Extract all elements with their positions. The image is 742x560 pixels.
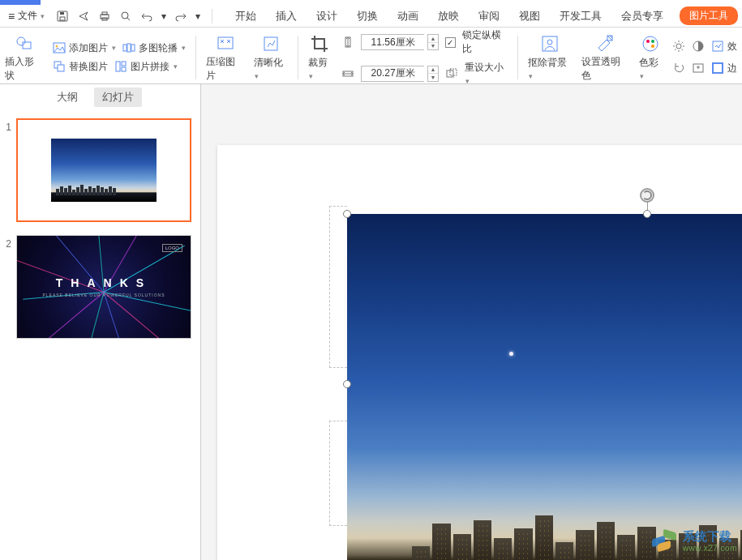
image-icon: [53, 41, 66, 54]
reset-size-icon: [445, 67, 458, 80]
active-doc-tab[interactable]: [0, 0, 41, 5]
guide-box: [329, 206, 347, 368]
svg-rect-11: [123, 45, 127, 51]
image-collage-button[interactable]: 图片拼接▾: [114, 60, 178, 74]
workspace: 大纲 幻灯片 1 2: [0, 84, 742, 560]
print-preview-icon[interactable]: [119, 10, 132, 23]
height-input[interactable]: 11.56厘米 ▲▼: [361, 34, 439, 50]
menu-member[interactable]: 会员专享: [621, 9, 663, 24]
height-value[interactable]: 11.56厘米: [361, 34, 424, 50]
slide-thumbnail-1[interactable]: [16, 118, 191, 222]
selection-handle-tl[interactable]: [343, 210, 351, 218]
separator: [195, 36, 196, 79]
selection-handle-ml[interactable]: [343, 380, 351, 388]
width-value[interactable]: 20.27厘米: [361, 66, 424, 82]
insert-shape-label: 插入形状: [5, 55, 43, 83]
multi-carousel-label: 多图轮播: [139, 41, 178, 55]
thumbnail-list: 1 2: [0, 110, 200, 347]
slides-panel: 大纲 幻灯片 1 2: [0, 84, 201, 560]
svg-point-31: [651, 45, 654, 48]
save-icon[interactable]: [56, 10, 69, 23]
redo-icon[interactable]: [174, 10, 187, 23]
watermark-icon: [652, 528, 680, 555]
color-icon: [640, 33, 661, 54]
set-transparent-button[interactable]: 设置透明色: [581, 32, 629, 83]
crop-label: 裁剪: [308, 57, 328, 68]
clarity-button[interactable]: 清晰化▾: [254, 33, 287, 81]
selected-image[interactable]: [347, 214, 742, 560]
share-icon[interactable]: [77, 10, 90, 23]
border-button[interactable]: 边: [711, 62, 737, 75]
separator: [212, 9, 212, 24]
width-spinner[interactable]: ▲▼: [427, 66, 439, 82]
insert-shape-button[interactable]: 插入形状: [5, 32, 43, 83]
contrast-icon[interactable]: [692, 40, 705, 53]
color-button[interactable]: 色彩▾: [639, 33, 663, 81]
svg-point-10: [56, 45, 58, 48]
file-menu[interactable]: ≡ 文件 ▾: [3, 9, 49, 23]
transparent-icon: [594, 32, 615, 53]
svg-point-6: [122, 12, 128, 19]
reset-size-button[interactable]: 重设大小▾: [465, 61, 508, 86]
menu-design[interactable]: 设计: [316, 9, 337, 24]
border-label: 边: [727, 62, 737, 75]
add-image-button[interactable]: 添加图片▾: [53, 41, 116, 55]
separator: [298, 36, 298, 79]
tab-slides[interactable]: 幻灯片: [94, 88, 142, 107]
remove-bg-label: 抠除背景: [528, 57, 567, 68]
replace-image-label: 替换图片: [69, 60, 108, 74]
svg-rect-1: [60, 17, 65, 20]
watermark: 系统下载 www.x27.com: [652, 528, 737, 555]
shapes-icon: [14, 32, 35, 53]
svg-point-28: [643, 36, 658, 51]
svg-point-32: [676, 44, 681, 49]
context-tab-picture-tools[interactable]: 图片工具: [680, 6, 738, 25]
transparent-label: 设置透明色: [581, 55, 629, 83]
menu-start[interactable]: 开始: [235, 9, 256, 24]
remove-background-button[interactable]: 抠除背景▾: [528, 33, 571, 81]
svg-rect-12: [127, 44, 131, 52]
watermark-en: www.x27.com: [683, 544, 737, 553]
svg-rect-13: [131, 45, 135, 51]
thumb-row: 1: [3, 118, 197, 222]
quick-access-toolbar: ▾ ▾: [56, 9, 216, 24]
thumb-index: 2: [3, 235, 11, 250]
guide-box: [329, 421, 347, 526]
replace-image-button[interactable]: 替换图片: [53, 60, 108, 74]
effect-button[interactable]: 效: [711, 40, 737, 53]
clarity-icon: [260, 33, 281, 54]
selection-handle-tm[interactable]: [643, 210, 651, 218]
brightness-icon[interactable]: [672, 40, 685, 53]
reset-icon[interactable]: [692, 62, 705, 75]
lock-ratio-checkbox[interactable]: ✓: [445, 37, 455, 48]
svg-rect-36: [713, 63, 723, 73]
menu-animation[interactable]: 动画: [397, 9, 418, 24]
print-icon[interactable]: [98, 10, 111, 23]
separator: [517, 36, 518, 79]
rotation-handle[interactable]: [640, 188, 654, 203]
rotate-left-icon[interactable]: [672, 62, 685, 75]
crop-button[interactable]: 裁剪▾: [308, 33, 332, 81]
width-input[interactable]: 20.27厘米 ▲▼: [361, 66, 439, 82]
menu-insert[interactable]: 插入: [276, 9, 297, 24]
height-spinner[interactable]: ▲▼: [427, 34, 439, 50]
multi-carousel-button[interactable]: 多图轮播▾: [122, 41, 186, 55]
slide-canvas[interactable]: 系统下载 www.x27.com: [201, 84, 742, 560]
compress-image-button[interactable]: 压缩图片: [206, 32, 244, 83]
tab-outline[interactable]: 大纲: [57, 90, 78, 105]
svg-rect-16: [116, 62, 120, 71]
menu-transition[interactable]: 切换: [357, 9, 378, 24]
redo-dropdown-icon[interactable]: ▾: [195, 11, 200, 22]
undo-icon[interactable]: [140, 10, 153, 23]
menu-devtools[interactable]: 开发工具: [560, 9, 602, 24]
svg-rect-15: [58, 65, 64, 71]
slide-thumbnail-2[interactable]: LOGO THANKS PLEASE BELIEVE OUR POWERFUL …: [16, 235, 191, 339]
menu-slideshow[interactable]: 放映: [438, 9, 459, 24]
compress-label: 压缩图片: [206, 55, 244, 83]
undo-dropdown-icon[interactable]: ▾: [161, 11, 166, 22]
thumb-index: 1: [3, 118, 11, 133]
menu-review[interactable]: 审阅: [478, 9, 500, 24]
menu-view[interactable]: 视图: [519, 9, 540, 24]
height-icon: [341, 36, 354, 49]
reset-size-label: 重设大小: [465, 62, 504, 73]
